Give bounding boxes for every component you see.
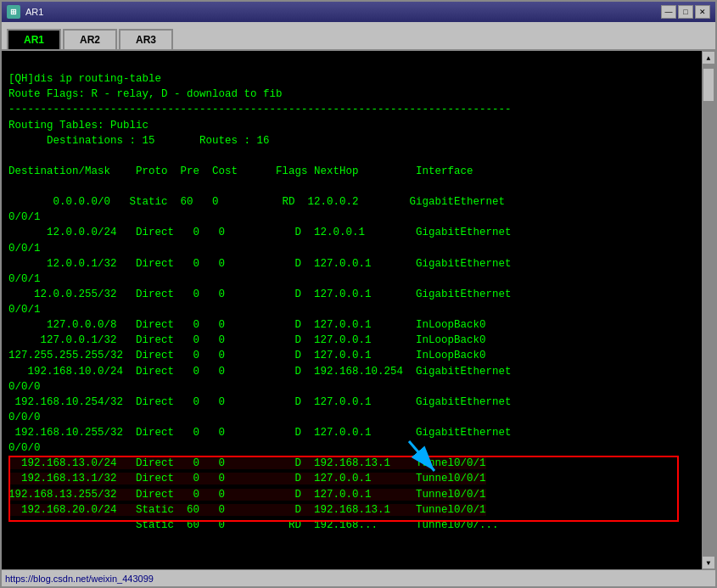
scroll-up-button[interactable]: ▲ [702, 51, 715, 64]
scrollbar[interactable]: ▲ ▼ [702, 51, 715, 569]
tabs-bar: AR1 AR2 AR3 [2, 22, 715, 51]
tab-ar1[interactable]: AR1 [7, 29, 61, 49]
table-header: Destination/Mask Proto Pre Cost Flags Ne… [8, 165, 473, 177]
close-button[interactable]: ✕ [695, 5, 710, 19]
url-text: https://blog.csdn.net/weixin_443099 [5, 574, 154, 584]
main-window: ⊞ AR1 — □ ✕ AR1 AR2 AR3 [QH]dis ip routi… [0, 0, 717, 588]
routing-tables-label: Routing Tables: Public [8, 120, 148, 132]
row-14: Static 60 0 RD 192.168... Tunnel0/0/... [8, 519, 499, 531]
row-7: 192.168.10.0/24 Direct 0 0 D 192.168.10.… [8, 366, 512, 378]
row-10: 192.168.13.0/24 Direct 0 0 D 192.168.13.… [8, 457, 486, 469]
minimize-button[interactable]: — [661, 5, 676, 19]
row-0: 0.0.0.0/0 Static 60 0 RD 12.0.0.2 Gigabi… [8, 196, 505, 208]
row-8: 192.168.10.254/32 Direct 0 0 D 127.0.0.1… [8, 396, 512, 408]
row-13: 192.168.20.0/24 Static 60 0 D 192.168.13… [8, 504, 486, 516]
separator: ----------------------------------------… [8, 104, 512, 115]
row-1-cont: 0/0/1 [8, 243, 41, 255]
url-bar: https://blog.csdn.net/weixin_443099 [2, 569, 715, 586]
row-7-cont: 0/0/0 [8, 381, 41, 393]
tab-ar3[interactable]: AR3 [119, 29, 173, 49]
row-6: 127.255.255.255/32 Direct 0 0 D 127.0.0.… [8, 350, 486, 361]
row-8-cont: 0/0/0 [8, 412, 41, 423]
command-line: [QH]dis ip routing-table [8, 73, 161, 85]
row-2: 12.0.0.1/32 Direct 0 0 D 127.0.0.1 Gigab… [8, 258, 512, 270]
scroll-down-button[interactable]: ▼ [702, 556, 715, 569]
terminal-area[interactable]: [QH]dis ip routing-table Route Flags: R … [2, 51, 715, 569]
route-flags: Route Flags: R - relay, D - download to … [8, 88, 283, 100]
title-bar: ⊞ AR1 — □ ✕ [2, 2, 715, 22]
row-5: 127.0.0.1/32 Direct 0 0 D 127.0.0.1 InLo… [8, 334, 486, 346]
row-2-cont: 0/0/1 [8, 273, 41, 285]
scroll-thumb[interactable] [703, 68, 714, 102]
title-bar-left: ⊞ AR1 [7, 5, 43, 19]
title-bar-controls: — □ ✕ [661, 5, 710, 19]
tab-ar2[interactable]: AR2 [63, 29, 117, 49]
row-1: 12.0.0.0/24 Direct 0 0 D 12.0.0.1 Gigabi… [8, 227, 512, 238]
row-3-cont: 0/0/1 [8, 304, 41, 316]
row-4: 127.0.0.0/8 Direct 0 0 D 127.0.0.1 InLoo… [8, 319, 486, 331]
app-icon: ⊞ [7, 5, 20, 19]
row-9: 192.168.10.255/32 Direct 0 0 D 127.0.0.1… [8, 427, 512, 439]
row-0-cont: 0/0/1 [8, 211, 41, 223]
row-11: 192.168.13.1/32 Direct 0 0 D 127.0.0.1 T… [8, 473, 486, 484]
row-3: 12.0.0.255/32 Direct 0 0 D 127.0.0.1 Gig… [8, 288, 512, 300]
destinations-routes: Destinations : 15 Routes : 16 [8, 135, 270, 147]
scroll-track[interactable] [702, 64, 715, 556]
window-title: AR1 [25, 7, 43, 17]
terminal-content: [QH]dis ip routing-table Route Flags: R … [8, 56, 698, 533]
row-12: 192.168.13.255/32 Direct 0 0 D 127.0.0.1… [8, 489, 486, 501]
row-9-cont: 0/0/0 [8, 442, 41, 454]
maximize-button[interactable]: □ [678, 5, 693, 19]
